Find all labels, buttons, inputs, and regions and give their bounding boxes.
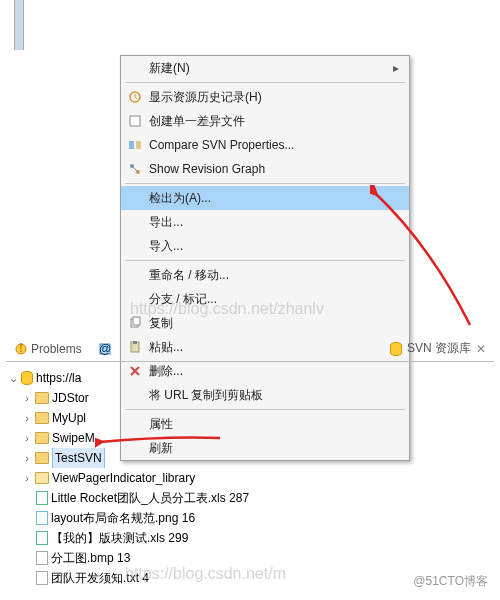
graph-icon <box>125 160 145 178</box>
tree-root[interactable]: ⌄ https://la <box>8 368 492 388</box>
svg-rect-3 <box>136 141 141 149</box>
menu-export[interactable]: 导出... <box>121 210 409 234</box>
close-icon[interactable]: ✕ <box>476 342 486 356</box>
xls-icon <box>36 491 48 505</box>
tree-label: JDStor <box>52 388 89 408</box>
copy-icon <box>125 314 145 332</box>
menu-compare[interactable]: Compare SVN Properties... <box>121 133 409 157</box>
menu-history[interactable]: 显示资源历史记录(H) <box>121 85 409 109</box>
svn-repo-icon <box>390 342 404 356</box>
bottom-panel: ! Problems @ SVN 资源库 ✕ ⌄ https://la ›JDS… <box>6 338 494 590</box>
blank-icon <box>125 290 145 308</box>
svg-line-6 <box>132 166 138 172</box>
folder-open-icon <box>35 472 49 484</box>
tab-svn-repo[interactable]: SVN 资源库 ✕ <box>382 338 494 359</box>
png-icon <box>36 511 48 525</box>
tree-item-testsvn[interactable]: ›TestSVN <box>8 448 492 468</box>
expand-icon[interactable]: › <box>22 428 32 448</box>
javadoc-icon: @ <box>98 342 112 356</box>
submenu-arrow-icon: ▸ <box>393 61 403 75</box>
tree-label: TestSVN <box>52 448 105 468</box>
expand-icon[interactable]: › <box>22 468 32 488</box>
tree-file[interactable]: layout布局命名规范.png 16 <box>8 508 492 528</box>
svg-rect-2 <box>129 141 134 149</box>
blank-icon <box>125 237 145 255</box>
svg-text:@: @ <box>99 342 111 356</box>
txt-icon <box>36 571 48 585</box>
folder-icon <box>35 432 49 444</box>
menu-label: 重命名 / 移动... <box>145 267 403 284</box>
menu-label: 创建单一差异文件 <box>145 113 403 130</box>
folder-icon <box>35 412 49 424</box>
xls-icon <box>36 531 48 545</box>
folder-icon <box>35 392 49 404</box>
menu-label: 检出为(A)... <box>145 190 403 207</box>
diff-icon <box>125 112 145 130</box>
menu-new[interactable]: 新建(N) ▸ <box>121 56 409 80</box>
tree-label: 团队开发须知.txt 4 <box>51 568 149 588</box>
menu-import[interactable]: 导入... <box>121 234 409 258</box>
menu-separator <box>125 183 405 184</box>
problems-icon: ! <box>14 342 28 356</box>
history-icon <box>125 88 145 106</box>
tree-file[interactable]: 分工图.bmp 13 <box>8 548 492 568</box>
editor-ruler <box>14 0 24 50</box>
menu-branch[interactable]: 分支 / 标记... <box>121 287 409 311</box>
menu-label: 导入... <box>145 238 403 255</box>
menu-separator <box>125 82 405 83</box>
blank-icon <box>125 213 145 231</box>
menu-graph[interactable]: Show Revision Graph <box>121 157 409 181</box>
menu-separator <box>125 260 405 261</box>
tab-problems[interactable]: ! Problems <box>6 340 90 358</box>
menu-label: 复制 <box>145 315 403 332</box>
menu-rename[interactable]: 重命名 / 移动... <box>121 263 409 287</box>
tree-item[interactable]: ›JDStor <box>8 388 492 408</box>
menu-label: 新建(N) <box>145 60 393 77</box>
tab-label: Problems <box>31 342 82 356</box>
credit-text: @51CTO博客 <box>413 573 488 590</box>
tree-label: SwipeM <box>52 428 95 448</box>
tree-item[interactable]: ›SwipeM <box>8 428 492 448</box>
bmp-icon <box>36 551 48 565</box>
svg-rect-1 <box>130 116 140 126</box>
menu-label: Show Revision Graph <box>145 162 403 176</box>
tab-javadoc[interactable]: @ <box>90 340 120 358</box>
svn-tree: ⌄ https://la ›JDStor ›MyUpl ›SwipeM ›Tes… <box>6 362 494 590</box>
menu-label: Compare SVN Properties... <box>145 138 403 152</box>
menu-checkout[interactable]: 检出为(A)... <box>121 186 409 210</box>
menu-diff[interactable]: 创建单一差异文件 <box>121 109 409 133</box>
menu-label: 显示资源历史记录(H) <box>145 89 403 106</box>
tree-item[interactable]: ›ViewPagerIndicator_library <box>8 468 492 488</box>
expand-icon[interactable]: › <box>22 448 32 468</box>
tree-label: Little Rocket团队_人员分工表.xls 287 <box>51 488 249 508</box>
view-tabs: ! Problems @ SVN 资源库 ✕ <box>6 338 494 362</box>
collapse-icon[interactable]: ⌄ <box>8 368 18 388</box>
menu-label: 导出... <box>145 214 403 231</box>
svg-text:!: ! <box>19 342 22 355</box>
menu-copy[interactable]: 复制 <box>121 311 409 335</box>
menu-label: 分支 / 标记... <box>145 291 403 308</box>
expand-icon[interactable]: › <box>22 388 32 408</box>
tree-label: 分工图.bmp 13 <box>51 548 130 568</box>
blank-icon <box>125 59 145 77</box>
expand-icon[interactable]: › <box>22 408 32 428</box>
blank-icon <box>125 266 145 284</box>
folder-icon <box>35 452 49 464</box>
compare-icon <box>125 136 145 154</box>
tree-label: ViewPagerIndicator_library <box>52 468 195 488</box>
tree-label: https://la <box>36 368 81 388</box>
tree-label: layout布局命名规范.png 16 <box>51 508 195 528</box>
svg-rect-8 <box>133 317 140 325</box>
tree-file[interactable]: 【我的】版块测试.xls 299 <box>8 528 492 548</box>
repo-icon <box>21 371 33 385</box>
tree-item[interactable]: ›MyUpl <box>8 408 492 428</box>
tree-label: 【我的】版块测试.xls 299 <box>51 528 188 548</box>
tree-file[interactable]: Little Rocket团队_人员分工表.xls 287 <box>8 488 492 508</box>
blank-icon <box>125 189 145 207</box>
tab-label: SVN 资源库 <box>407 340 471 357</box>
tree-label: MyUpl <box>52 408 86 428</box>
